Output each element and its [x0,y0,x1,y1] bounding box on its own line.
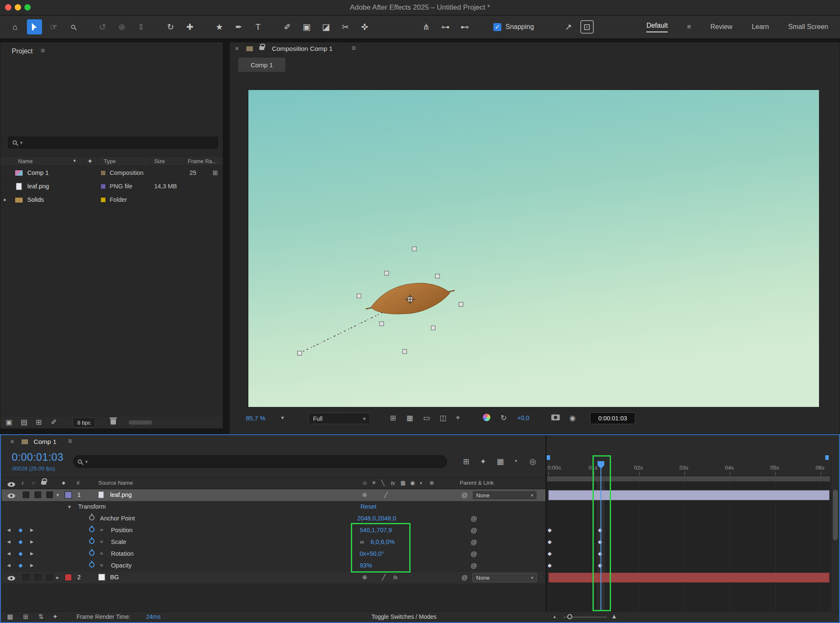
project-row-leaf[interactable]: leaf.png PNG file 14,3 MB [0,180,223,193]
fx-icon[interactable]: fx [393,574,398,581]
parent-dropdown[interactable]: None▾ [472,491,537,500]
layer-color-swatch[interactable] [65,491,72,499]
brush-tool-button[interactable]: ✐ [280,19,295,34]
label-color-swatch[interactable] [100,170,106,176]
transform-group-row[interactable]: ▾ Transform Reset [2,501,545,513]
keyframe-icon[interactable]: ◆ [548,527,552,533]
keyframe-toggle-icon[interactable]: ◆ [18,539,23,545]
shape-tool-button[interactable]: ★ [212,19,227,34]
comp-tab[interactable]: Comp 1 [238,58,285,72]
layer-name[interactable]: leaf.png [110,491,132,498]
bg-layer-bar[interactable] [548,573,829,583]
composition-panel-title[interactable]: Composition Comp 1 [272,45,333,53]
collapse-transform-icon[interactable]: ⊕ [362,491,367,498]
layer-row-bg[interactable]: ▸ 2 BG ⊕ ╱ fx @ None▾ [2,572,545,583]
type-tool-button[interactable]: T [250,19,266,34]
group-expander-icon[interactable]: ▾ [68,504,71,510]
label-color-swatch[interactable] [100,197,106,203]
parent-dropdown[interactable]: None▾ [472,573,537,582]
transform-group-label[interactable]: Transform [78,503,106,510]
toggle-switches-modes-button[interactable]: Toggle Switches / Modes [371,613,437,620]
hand-tool-button[interactable]: ☞ [46,19,61,34]
preview-timecode[interactable]: 0:00:01:03 [590,412,635,424]
column-frame-rate[interactable]: Frame Ra... [188,158,217,164]
rotation-label[interactable]: Rotation [111,550,134,557]
clone-stamp-tool-button[interactable]: ▣ [299,19,314,34]
eraser-tool-button[interactable]: ◪ [319,19,334,34]
pick-whip-icon[interactable]: @ [461,491,468,499]
layer-expander-icon[interactable]: ▾ [56,492,59,498]
stopwatch-icon[interactable] [89,562,95,569]
node-tool-icon-1[interactable]: ⋔ [419,19,434,34]
pan-camera-tool-button[interactable]: ⊕ [114,19,129,34]
expander-icon[interactable]: ▸ [4,196,7,203]
search-dropdown-icon[interactable]: ▾ [20,140,23,145]
transparency-grid-icon[interactable]: ▦ [406,414,413,422]
snapping-checkbox[interactable]: ✓ [493,23,501,31]
next-keyframe-icon[interactable]: ▶ [30,528,34,532]
prev-keyframe-icon[interactable]: ◀ [7,539,11,544]
keyframe-icon[interactable]: ◆ [548,550,552,557]
color-depth-button[interactable]: 8 bpc [73,417,95,428]
anchor-point-value[interactable]: 2048,0,2048,0 [357,515,396,522]
column-size[interactable]: Size [154,158,165,164]
pick-whip-icon[interactable]: @ [471,527,477,534]
expand-in-out-icon[interactable]: ▦ [7,613,13,620]
prev-keyframe-icon[interactable]: ◀ [7,551,11,556]
pick-whip-icon[interactable]: @ [471,562,477,569]
show-snapshot-icon[interactable]: ◉ [569,414,576,422]
quality-icon[interactable]: ╱ [384,491,387,498]
layer-name[interactable]: BG [110,574,119,581]
label-column-icon[interactable]: ◆ [62,480,65,486]
search-dropdown-icon[interactable]: ▾ [85,459,88,465]
transform-reset-button[interactable]: Reset [361,503,377,510]
magnification-value[interactable]: 85,7 % [246,414,266,422]
snapshot-camera-icon[interactable] [551,413,560,422]
pick-whip-icon[interactable]: @ [471,539,477,546]
adjust-icon[interactable]: ✐ [51,418,57,427]
reset-exposure-icon[interactable]: ↻ [500,413,507,422]
draft3d-icon[interactable]: ✦ [480,457,486,466]
hide-shy-icon[interactable]: ▦ [497,457,504,466]
scale-row[interactable]: ◀ ◆ ▶ ≈ Scale ∞ 6,0,6,0% @ [2,536,545,548]
timeline-zoom-thumb[interactable] [567,614,572,619]
pan-behind-tool-button[interactable]: ✚ [182,19,197,34]
motion-blur-switch-icon[interactable]: ◉ [410,480,415,486]
current-timecode[interactable]: 0:00:01:03 [12,451,63,463]
resolution-dropdown[interactable]: Full▾ [308,413,370,424]
render-time-icon[interactable]: ⊞ [23,613,29,620]
keyframe-toggle-icon[interactable]: ◆ [18,527,23,533]
scrollbar-thumb[interactable] [833,490,838,540]
channel-color-wheel-icon[interactable] [483,414,490,423]
position-label[interactable]: Position [111,527,133,533]
node-tool-icon-3[interactable]: ⊷ [457,19,472,34]
orbit-camera-tool-button[interactable]: ↺ [95,19,110,34]
guides-icon[interactable]: ◫ [440,414,446,422]
transfer-controls-icon[interactable]: ⇅ [38,613,44,620]
graph-icon[interactable]: ≈ [100,550,103,557]
label-column-icon[interactable]: ◆ [88,158,92,164]
fx-switch-icon[interactable]: fx [391,480,395,486]
leaf-layer-bar[interactable] [548,490,829,500]
composition-panel-menu-icon[interactable]: ≡ [352,44,356,53]
source-name-column[interactable]: Source Name [98,480,133,486]
snap-features-icon[interactable]: ⊡ [580,20,594,34]
workspace-learn[interactable]: Learn [752,23,769,31]
layer-color-swatch[interactable] [65,574,72,581]
keyframe-toggle-icon[interactable]: ◆ [18,562,23,568]
next-keyframe-icon[interactable]: ▶ [30,563,34,568]
quality-switch-icon[interactable]: ╲ [381,480,384,486]
pick-whip-icon[interactable]: @ [471,550,477,557]
pick-whip-icon[interactable]: @ [471,515,477,522]
eye-icon[interactable] [8,493,15,499]
lock-icon[interactable] [259,44,264,52]
zoom-out-mountain-icon[interactable]: ▴ [553,614,556,619]
pick-whip-icon[interactable]: @ [461,574,468,581]
shy-switch-icon[interactable]: ☺ [362,480,367,486]
eye-icon[interactable] [8,575,15,582]
position-row[interactable]: ◀ ◆ ▶ ≈ Position 540,1,707,9 @ [2,525,545,536]
adjustment-switch-icon[interactable]: ◐ [420,480,423,486]
roto-brush-tool-button[interactable]: ✂ [338,19,353,34]
prev-keyframe-icon[interactable]: ◀ [7,563,11,568]
timeline-search-input[interactable]: ▾ [73,455,447,468]
